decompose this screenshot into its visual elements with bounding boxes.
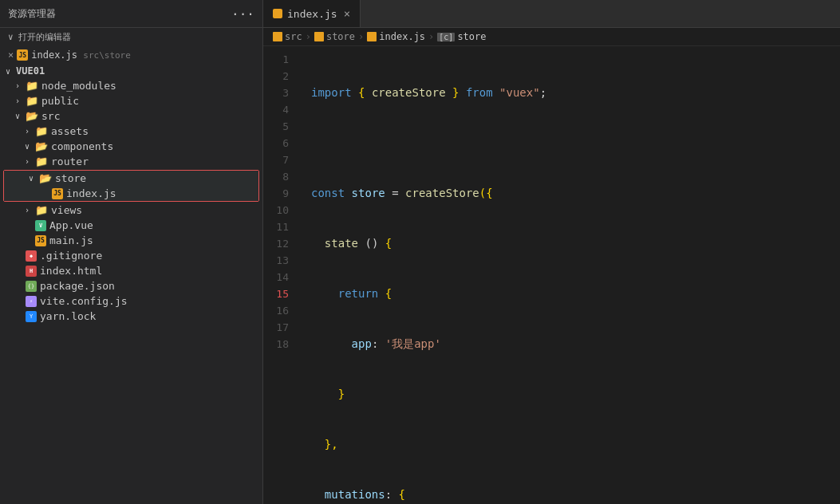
tree-label-src: src	[41, 110, 60, 122]
tree-item-index-html[interactable]: H index.html	[0, 263, 262, 278]
open-file-name: index.js src\store	[31, 49, 131, 61]
no-chevron	[39, 189, 49, 198]
tab-file-icon	[273, 9, 282, 18]
chevron-right-icon: ›	[13, 96, 22, 105]
code-line-1: import { createStore } from "vuex";	[302, 85, 840, 101]
vue-file-icon: V	[35, 220, 46, 231]
tree-label-vite-config: vite.config.js	[40, 295, 128, 307]
breadcrumb-store: store	[314, 31, 355, 42]
tree-label-node-modules: node_modules	[41, 80, 116, 92]
tree-item-src[interactable]: ∨ 📂 src	[0, 108, 262, 124]
root-label: VUE01	[16, 65, 45, 77]
folder-icon: 📁	[35, 125, 48, 137]
open-file-close-btn[interactable]: ×	[8, 49, 14, 61]
tree-label-public: public	[41, 95, 79, 107]
folder-icon: 📁	[26, 80, 38, 92]
folder-icon: 📁	[35, 204, 48, 216]
tree-item-gitignore[interactable]: ◆ .gitignore	[0, 248, 262, 263]
tree-label-assets: assets	[51, 125, 89, 137]
breadcrumb-sep: ›	[306, 31, 311, 42]
folder-small-icon	[314, 32, 324, 41]
code-line-9: mutations: {	[302, 486, 840, 503]
chevron-down-icon: ∨	[13, 112, 22, 120]
tree-label-components: components	[51, 140, 113, 152]
tree-item-assets[interactable]: › 📁 assets	[0, 124, 262, 139]
folder-small-icon	[273, 32, 282, 41]
code-line-4: state () {	[302, 235, 840, 252]
folder-icon: 📁	[35, 156, 48, 167]
folder-open-icon: 📂	[39, 172, 52, 184]
chevron-right-icon: ›	[22, 157, 32, 166]
js-small-icon	[367, 32, 377, 41]
tree-item-vite-config[interactable]: ⚡ vite.config.js	[0, 293, 262, 309]
open-file-js-icon: JS	[17, 49, 28, 61]
tree-item-package-json[interactable]: {} package.json	[0, 278, 262, 293]
breadcrumb-sep: ›	[358, 31, 364, 42]
html-file-icon: H	[26, 266, 37, 277]
gitignore-icon: ◆	[26, 250, 37, 262]
tree-item-public[interactable]: › 📁 public	[0, 93, 262, 108]
top-bar: 资源管理器 ··· index.js ×	[0, 0, 840, 28]
file-js-icon: JS	[35, 235, 46, 246]
open-files-list: × JS index.js src\store	[0, 46, 262, 64]
tree-label-index-html: index.html	[40, 265, 102, 277]
chevron-down-icon: ∨	[26, 174, 36, 183]
chevron-right-icon: ›	[22, 127, 32, 136]
no-chevron	[13, 297, 22, 305]
main-area: ∨ 打开的编辑器 × JS index.js src\store ∨ VUE01…	[0, 28, 840, 504]
no-chevron	[22, 221, 32, 230]
tab-close-button[interactable]: ×	[344, 7, 350, 20]
folder-icon: 📁	[26, 95, 38, 107]
code-editor[interactable]: 1 2 3 4 5 6 7 8 9 10 11 12 13 14 15 16 1…	[263, 46, 840, 504]
tree-item-store[interactable]: ∨ 📂 store	[4, 171, 258, 186]
breadcrumb-store-const: [c] store	[437, 31, 486, 42]
file-tree: ∨ VUE01 › 📁 node_modules › 📁 public ∨ 📂 …	[0, 64, 262, 504]
panel-menu-icon[interactable]: ···	[231, 6, 254, 22]
tree-label-store: store	[55, 172, 86, 184]
tree-label-gitignore: .gitignore	[40, 250, 102, 262]
open-editors-label: ∨ 打开的编辑器	[8, 32, 71, 42]
chevron-down-icon: ∨	[22, 142, 32, 151]
open-file-item[interactable]: × JS index.js src\store	[0, 48, 262, 62]
tab-bar: index.js ×	[263, 0, 840, 27]
tab-label: index.js	[287, 8, 337, 20]
tree-label-main-js: main.js	[49, 234, 93, 246]
folder-open-icon: 📂	[26, 110, 38, 122]
no-chevron	[13, 266, 22, 275]
tree-item-yarn-lock[interactable]: Y yarn.lock	[0, 309, 262, 324]
chevron-down-icon: ∨	[3, 67, 13, 76]
tree-label-yarn-lock: yarn.lock	[40, 310, 96, 322]
code-line-7: }	[302, 386, 840, 403]
code-line-6: app: '我是app'	[302, 336, 840, 352]
yarn-file-icon: Y	[26, 311, 37, 322]
breadcrumb: src › store › index.js › [c] store	[263, 28, 840, 46]
code-line-5: return {	[302, 285, 840, 302]
tab-index-js[interactable]: index.js ×	[263, 0, 361, 27]
tree-label-views: views	[51, 204, 82, 216]
no-chevron	[13, 251, 22, 260]
sidebar-header: 资源管理器 ···	[0, 0, 263, 27]
store-highlighted-container: ∨ 📂 store JS index.js	[3, 170, 259, 202]
code-line-3: const store = createStore({	[302, 185, 840, 202]
tree-label-app-vue: App.vue	[49, 219, 93, 231]
tree-item-app-vue[interactable]: V App.vue	[0, 218, 262, 233]
tree-root[interactable]: ∨ VUE01	[0, 64, 262, 78]
tree-label-router: router	[51, 156, 89, 167]
json-file-icon: {}	[26, 281, 37, 292]
panel-title: 资源管理器	[8, 7, 231, 21]
breadcrumb-sep: ›	[428, 31, 434, 42]
tree-item-components[interactable]: ∨ 📂 components	[0, 139, 262, 154]
tree-item-main-js[interactable]: JS main.js	[0, 233, 262, 248]
tree-item-router[interactable]: › 📁 router	[0, 154, 262, 169]
const-icon: [c]	[437, 33, 455, 41]
tree-item-views[interactable]: › 📁 views	[0, 203, 262, 218]
chevron-right-icon: ›	[22, 206, 32, 215]
breadcrumb-src: src	[273, 31, 302, 42]
code-content[interactable]: import { createStore } from "vuex"; cons…	[302, 46, 840, 504]
editor-area: src › store › index.js › [c] store 1 2	[263, 28, 840, 504]
line-numbers: 1 2 3 4 5 6 7 8 9 10 11 12 13 14 15 16 1…	[263, 46, 302, 504]
no-chevron	[22, 236, 32, 245]
code-line-8: },	[302, 436, 840, 453]
tree-item-node-modules[interactable]: › 📁 node_modules	[0, 78, 262, 93]
tree-item-store-index[interactable]: JS index.js	[4, 186, 258, 201]
